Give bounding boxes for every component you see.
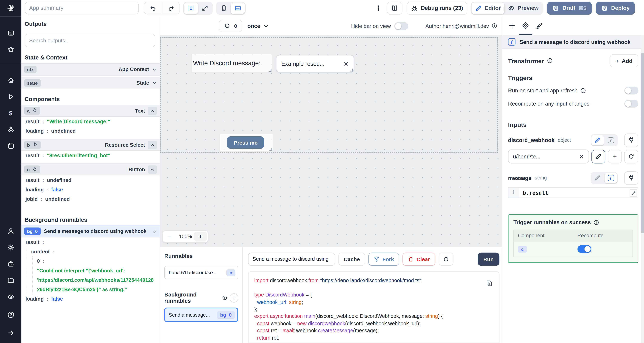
more-menu-button[interactable]: ⋮ xyxy=(374,4,382,12)
info-icon[interactable] xyxy=(580,88,586,93)
text-component[interactable]: Write Discord message: xyxy=(192,54,272,72)
collapse-button[interactable] xyxy=(148,165,157,174)
recompute-on-change-toggle[interactable] xyxy=(624,100,638,108)
component-row[interactable]: bResource Select xyxy=(21,139,160,151)
add-background-runnable-button[interactable] xyxy=(230,293,238,302)
scrollbar[interactable] xyxy=(641,35,644,343)
runnable-item[interactable]: hub/1511/discord/se... c xyxy=(164,266,238,279)
windmill-logo[interactable] xyxy=(0,0,21,16)
output-property[interactable]: content: xyxy=(27,247,160,256)
tab-component-settings[interactable] xyxy=(519,16,532,35)
edit-resource-button[interactable] xyxy=(592,150,606,163)
eval-mode-button[interactable]: ƒ xyxy=(605,173,617,183)
deploy-button[interactable]: Deploy xyxy=(596,2,635,14)
component-row[interactable]: cButton xyxy=(21,164,160,176)
rail-collapse-icon[interactable] xyxy=(0,326,21,339)
recompute-toggle[interactable] xyxy=(577,245,591,253)
draft-button[interactable]: Draft ⌘S xyxy=(547,2,592,14)
output-property[interactable]: result:"Write Discord message:" xyxy=(21,116,160,126)
output-property[interactable]: result:"$res:u/henri/testing_bot" xyxy=(21,151,160,160)
edit-icon[interactable] xyxy=(152,229,157,234)
resource-picker[interactable]: u/henri/te... xyxy=(508,150,589,164)
info-icon[interactable] xyxy=(222,296,227,300)
run-button[interactable]: Run xyxy=(478,253,500,266)
add-transformer-button[interactable]: + Add xyxy=(610,54,638,68)
docs-button[interactable] xyxy=(387,2,402,14)
button-component[interactable]: Press me xyxy=(220,134,273,151)
background-runnable-item-selected[interactable]: Send a message... bg_0 xyxy=(164,308,238,322)
copy-code-icon[interactable] xyxy=(486,280,492,287)
tab-editor[interactable]: Editor xyxy=(472,2,504,14)
collapse-button[interactable] xyxy=(148,141,157,149)
runnable-name-input[interactable] xyxy=(248,253,335,266)
scrollbar-thumb[interactable] xyxy=(641,53,644,233)
hide-bar-toggle[interactable] xyxy=(394,22,408,30)
rail-favorites-icon[interactable] xyxy=(0,43,21,56)
background-runnable-row[interactable]: bg_0 Send a message to discord using web… xyxy=(21,225,160,238)
search-outputs-input[interactable] xyxy=(24,34,155,47)
rail-variables-icon[interactable]: $ xyxy=(0,107,21,119)
clear-button[interactable]: Clear xyxy=(403,253,435,266)
zoom-in-button[interactable]: + xyxy=(194,232,206,242)
rail-resources-icon[interactable] xyxy=(0,123,21,136)
centered-layout-button[interactable] xyxy=(184,2,198,14)
info-icon[interactable] xyxy=(491,23,497,28)
resource-select-component[interactable]: Example resou... xyxy=(276,55,354,72)
resize-handle[interactable] xyxy=(269,69,272,72)
desktop-view-button[interactable] xyxy=(231,2,245,14)
output-property[interactable]: loading:undefined xyxy=(21,126,160,136)
reload-button[interactable] xyxy=(438,253,453,266)
output-property[interactable]: result:undefined xyxy=(21,175,160,185)
eval-mode-button[interactable]: ƒ xyxy=(605,135,617,145)
rail-help-icon[interactable] xyxy=(0,308,21,321)
redo-button[interactable] xyxy=(162,2,180,14)
debug-runs-button[interactable]: Debug runs (23) xyxy=(406,2,468,14)
output-property[interactable]: result: xyxy=(21,237,160,247)
collapse-button[interactable] xyxy=(148,106,157,115)
component-chip[interactable]: b xyxy=(24,141,40,148)
fullwidth-layout-button[interactable] xyxy=(198,2,212,14)
rail-home-icon[interactable] xyxy=(0,74,21,86)
rail-user-icon[interactable] xyxy=(0,225,21,237)
rail-apps-icon[interactable] xyxy=(0,27,21,39)
new-resource-button[interactable]: + xyxy=(608,150,622,163)
resize-handle[interactable] xyxy=(270,148,272,151)
mobile-view-button[interactable] xyxy=(217,2,231,14)
static-mode-button[interactable] xyxy=(592,135,604,145)
rail-folders-icon[interactable] xyxy=(0,274,21,286)
output-property[interactable]: loading:false xyxy=(21,185,160,194)
app-canvas[interactable]: Write Discord message: Example resou... … xyxy=(160,36,502,247)
rail-settings-icon[interactable] xyxy=(0,241,21,254)
component-chip[interactable]: a xyxy=(24,107,40,114)
app-summary-input[interactable] xyxy=(24,2,139,14)
connect-input-button[interactable] xyxy=(624,171,638,184)
output-property[interactable]: loading:false xyxy=(21,294,160,304)
component-chip[interactable]: c xyxy=(24,166,40,173)
tab-styling[interactable] xyxy=(532,16,546,35)
clear-resource-icon[interactable] xyxy=(579,154,584,159)
output-property[interactable]: jobId:undefined xyxy=(21,194,160,204)
press-me-button[interactable]: Press me xyxy=(227,136,264,149)
tab-insert-component[interactable] xyxy=(505,16,519,35)
connect-input-button[interactable] xyxy=(624,133,638,147)
rail-workers-icon[interactable] xyxy=(0,258,21,270)
expression-editor[interactable]: 1 b.result xyxy=(508,187,638,198)
component-row[interactable]: aText xyxy=(21,105,160,117)
output-property[interactable]: 0: xyxy=(33,256,160,266)
refresh-count-button[interactable]: 0 xyxy=(219,20,242,32)
tab-preview[interactable]: Preview xyxy=(504,2,542,14)
expand-editor-button[interactable] xyxy=(630,189,637,197)
schedule-select[interactable]: once xyxy=(247,23,268,29)
chevron-down-icon[interactable] xyxy=(152,67,157,72)
resize-handle[interactable] xyxy=(350,68,353,72)
chevron-down-icon[interactable] xyxy=(152,80,157,86)
refresh-resource-button[interactable] xyxy=(624,150,638,163)
rail-runs-icon[interactable] xyxy=(0,90,21,103)
code-editor[interactable]: import discordwebhook from "https://deno… xyxy=(248,272,500,343)
zoom-out-button[interactable]: − xyxy=(163,231,177,242)
info-icon[interactable] xyxy=(594,220,599,225)
undo-button[interactable] xyxy=(144,2,162,14)
info-icon[interactable] xyxy=(547,58,552,64)
rail-schedules-icon[interactable] xyxy=(0,140,21,152)
state-context-row[interactable]: ctxApp Context xyxy=(21,63,160,76)
